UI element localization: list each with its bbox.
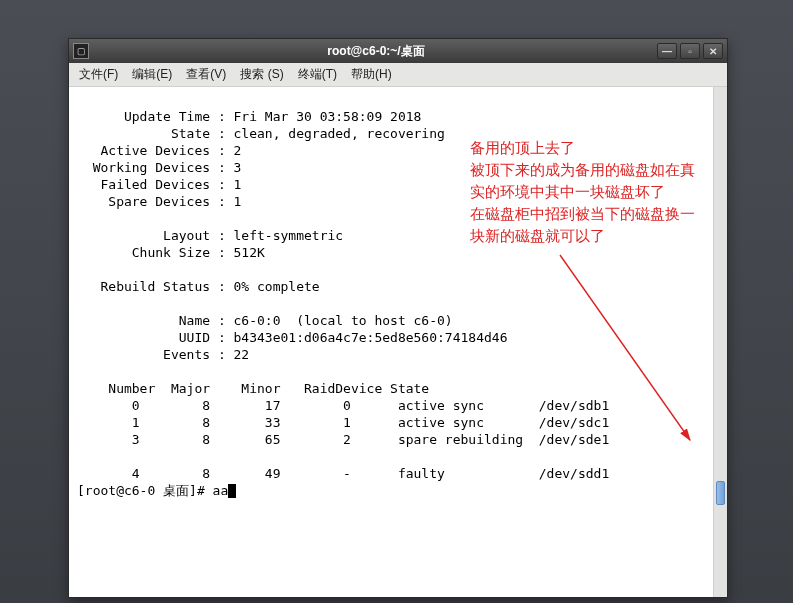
window-controls: — ▫ ✕ (657, 43, 723, 59)
terminal-cursor (228, 484, 236, 498)
minimize-button[interactable]: — (657, 43, 677, 59)
menu-view[interactable]: 查看(V) (180, 64, 232, 85)
app-icon: ▢ (73, 43, 89, 59)
menu-terminal[interactable]: 终端(T) (292, 64, 343, 85)
window-title: root@c6-0:~/桌面 (95, 43, 657, 60)
terminal-window: ▢ root@c6-0:~/桌面 — ▫ ✕ 文件(F) 编辑(E) 查看(V)… (68, 38, 728, 598)
menu-edit[interactable]: 编辑(E) (126, 64, 178, 85)
menu-file[interactable]: 文件(F) (73, 64, 124, 85)
menu-help[interactable]: 帮助(H) (345, 64, 398, 85)
close-button[interactable]: ✕ (703, 43, 723, 59)
maximize-button[interactable]: ▫ (680, 43, 700, 59)
scrollbar-thumb[interactable] (716, 481, 725, 505)
titlebar[interactable]: ▢ root@c6-0:~/桌面 — ▫ ✕ (69, 39, 727, 63)
scrollbar[interactable] (713, 87, 727, 597)
terminal-viewport[interactable]: Update Time : Fri Mar 30 03:58:09 2018 S… (69, 87, 727, 597)
menu-bar: 文件(F) 编辑(E) 查看(V) 搜索 (S) 终端(T) 帮助(H) (69, 63, 727, 87)
menu-search[interactable]: 搜索 (S) (234, 64, 289, 85)
terminal-output: Update Time : Fri Mar 30 03:58:09 2018 S… (69, 87, 727, 503)
